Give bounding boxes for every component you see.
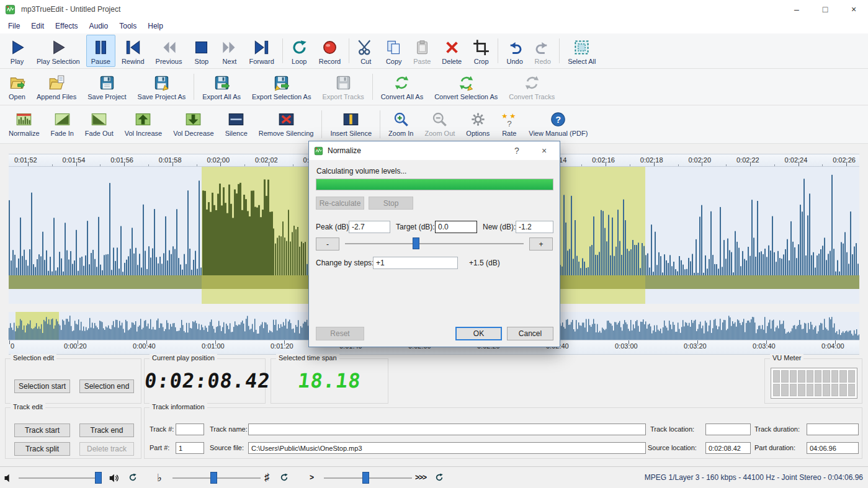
toolbar-button-loop[interactable]: Loop	[286, 35, 313, 67]
toolbar-button-undo[interactable]: Undo	[501, 35, 528, 67]
toolbar-button-play[interactable]: Play	[4, 35, 30, 67]
reset-speed-icon[interactable]	[434, 472, 444, 482]
part-duration-field[interactable]: 04:06.96	[807, 442, 859, 454]
toolbar-button-play-selection[interactable]: Play Selection	[32, 35, 85, 67]
toolbar-button-save-project-as[interactable]: Save Project As	[133, 70, 191, 104]
track-info-title: Track information	[150, 403, 207, 410]
manual-icon: ?	[550, 110, 566, 128]
toolbar-button-export-selection-as[interactable]: Export Selection As	[247, 70, 316, 104]
toolbar-button-forward[interactable]: Forward	[244, 35, 279, 67]
track-end-button[interactable]: Track end	[79, 424, 134, 437]
toolbar-button-silence[interactable]: Silence	[220, 107, 253, 142]
speaker-icon[interactable]	[4, 472, 15, 484]
slider-thumb[interactable]	[95, 472, 102, 484]
toolbar-button-select-all[interactable]: Select All	[563, 35, 601, 67]
menu-edit[interactable]: Edit	[25, 20, 50, 32]
toolbar-button-crop[interactable]: Crop	[468, 35, 494, 67]
toolbar-button-vol-decrease[interactable]: Vol Decrease	[168, 107, 218, 142]
ok-button[interactable]: OK	[455, 327, 502, 340]
toolbar-button-record[interactable]: Record	[314, 35, 346, 67]
stop-button[interactable]: Stop	[369, 197, 413, 210]
menu-effects[interactable]: Effects	[50, 20, 83, 32]
track-no-field[interactable]	[176, 424, 204, 435]
crop-icon	[473, 38, 490, 56]
slider-groove	[19, 477, 102, 479]
dialog-help-button[interactable]: ?	[506, 141, 527, 159]
toolbar-button-vol-increase[interactable]: Vol Increase	[120, 107, 168, 142]
increase-button[interactable]: +	[529, 237, 553, 251]
delete-track-button[interactable]: Delete track	[79, 442, 134, 456]
toolbar-button-convert-selection-as[interactable]: Convert Selection As	[429, 70, 503, 104]
toolbar-button-zoom-out[interactable]: Zoom Out	[419, 107, 460, 142]
toolbar-button-redo[interactable]: Redo	[529, 35, 556, 67]
toolbar-button-pause[interactable]: Pause	[86, 35, 115, 67]
menu-file[interactable]: File	[2, 20, 25, 32]
track-start-button[interactable]: Track start	[14, 424, 70, 437]
toolbar-button-cut[interactable]: Cut	[352, 35, 379, 67]
toolbar-button-stop[interactable]: Stop	[188, 35, 215, 67]
new-field[interactable]: -1.2	[516, 221, 553, 233]
target-slider[interactable]	[344, 237, 525, 251]
recalculate-button[interactable]: Re-calculate	[316, 197, 364, 210]
part-no-field[interactable]: 1	[176, 442, 204, 454]
track-duration-field[interactable]	[807, 424, 859, 435]
toolbar-button-next[interactable]: Next	[216, 35, 243, 67]
toolbar-button-options[interactable]: Options	[461, 107, 494, 142]
toolbar-button-normalize[interactable]: Normalize	[4, 107, 45, 142]
target-field[interactable]: 0.0	[435, 221, 477, 233]
menu-audio[interactable]: Audio	[84, 20, 114, 32]
volume-slider[interactable]	[17, 472, 103, 484]
toolbar-button-label: Export All As	[202, 93, 241, 100]
menu-tools[interactable]: Tools	[114, 20, 142, 32]
speaker-loud-icon[interactable]	[109, 472, 120, 484]
reset-volume-icon[interactable]	[128, 472, 138, 482]
source-location-label: Source location:	[648, 444, 697, 451]
toolbar-button-label: View Manual (PDF)	[529, 130, 588, 137]
toolbar-button-append-files[interactable]: Append Files	[32, 70, 81, 104]
toolbar-button-rewind[interactable]: Rewind	[117, 35, 150, 67]
dialog-title-bar[interactable]: Normalize ? ×	[309, 141, 560, 160]
toolbar-button-paste[interactable]: Paste	[408, 35, 436, 67]
source-file-field[interactable]: C:\Users\Public\Music\OneStop.mp3	[248, 442, 646, 454]
minimize-button[interactable]: –	[782, 0, 811, 19]
reset-pitch-icon[interactable]	[279, 472, 289, 482]
toolbar-button-remove-silencing[interactable]: Remove Silencing	[254, 107, 319, 142]
pitch-slider[interactable]	[171, 472, 262, 484]
toolbar-button-copy[interactable]: Copy	[380, 35, 407, 67]
toolbar-button-fade-in[interactable]: Fade In	[46, 107, 79, 142]
menu-help[interactable]: Help	[142, 20, 169, 32]
maximize-button[interactable]: □	[811, 0, 839, 19]
track-name-field[interactable]	[248, 424, 646, 435]
steps-field[interactable]: +1	[373, 257, 458, 269]
toolbar-button-export-tracks[interactable]: Export Tracks	[317, 70, 369, 104]
toolbar-button-zoom-in[interactable]: Zoom In	[383, 107, 418, 142]
peak-field[interactable]: -2.7	[349, 221, 390, 233]
track-split-button[interactable]: Track split	[14, 442, 70, 456]
ruler-tick	[146, 340, 147, 344]
toolbar-button-rate[interactable]: ★ ★?Rate	[496, 107, 522, 142]
slider-thumb[interactable]	[210, 472, 217, 484]
toolbar-button-insert-silence[interactable]: Insert Silence	[325, 107, 377, 142]
track-location-field[interactable]	[705, 424, 751, 435]
reset-button[interactable]: Reset	[316, 327, 364, 340]
cancel-button[interactable]: Cancel	[507, 327, 553, 340]
decrease-button[interactable]: -	[316, 237, 339, 251]
toolbar-button-export-all-as[interactable]: Export All As	[197, 70, 246, 104]
slider-thumb[interactable]	[362, 472, 369, 484]
speed-slider[interactable]	[323, 472, 413, 484]
toolbar-button-convert-all-as[interactable]: Convert All As	[376, 70, 428, 104]
slider-thumb[interactable]	[413, 237, 419, 249]
selection-end-button[interactable]: Selection end	[79, 379, 134, 393]
toolbar-button-delete[interactable]: Delete	[437, 35, 467, 67]
dialog-close-button[interactable]: ×	[534, 141, 555, 159]
source-location-field[interactable]: 0:02:08.42	[705, 442, 751, 454]
toolbar-button-convert-tracks[interactable]: Convert Tracks	[504, 70, 560, 104]
toolbar-button-previous[interactable]: Previous	[151, 35, 187, 67]
close-button[interactable]: ×	[839, 0, 868, 19]
folder-open-icon	[9, 73, 25, 92]
toolbar-button-fade-out[interactable]: Fade Out	[80, 107, 119, 142]
toolbar-button-save-project[interactable]: Save Project	[83, 70, 131, 104]
toolbar-button-open[interactable]: Open	[4, 70, 30, 104]
selection-start-button[interactable]: Selection start	[14, 379, 70, 393]
toolbar-button-view-manual-pdf[interactable]: ?View Manual (PDF)	[524, 107, 593, 142]
